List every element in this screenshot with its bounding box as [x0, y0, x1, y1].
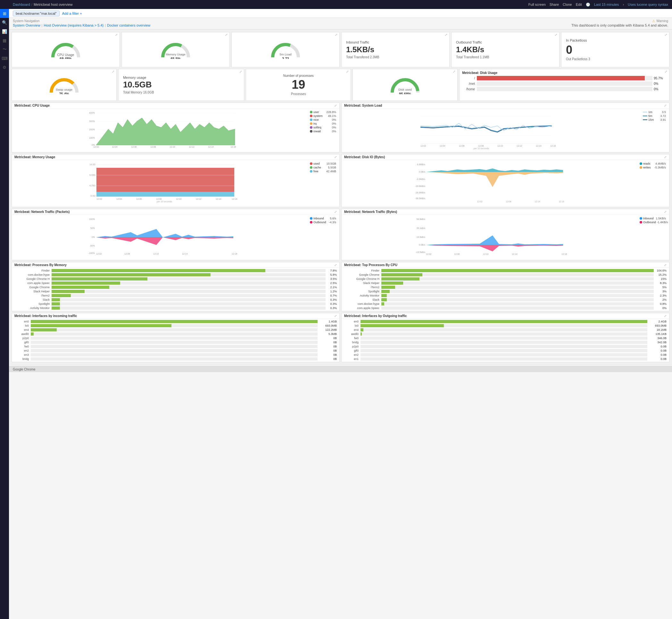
- sidebar-icon-timelion[interactable]: 〜: [0, 45, 9, 54]
- disk-gauge-svg: Disk used 95.68%: [389, 76, 421, 94]
- svg-text:300%: 300%: [89, 120, 95, 122]
- expand-icon[interactable]: ⤢: [664, 263, 667, 267]
- sidebar-icon-home[interactable]: ⊞: [0, 9, 9, 18]
- list-item: gif0 0.0B: [344, 349, 667, 352]
- svg-text:69.48%: 69.48%: [60, 57, 72, 59]
- expand-icon[interactable]: ⤢: [346, 70, 349, 73]
- svg-text:-28.6MB/s: -28.6MB/s: [415, 192, 425, 194]
- expand-icon[interactable]: ⤢: [115, 33, 118, 37]
- network-packets-legend: Inbound5.6/s Outbound-4.3/s: [309, 216, 338, 259]
- processes-value: 19: [292, 78, 305, 91]
- sidebar-icon-dev[interactable]: ⌨: [0, 54, 9, 63]
- list-item: en1 0.0B: [344, 357, 667, 360]
- expand-icon[interactable]: ⤢: [445, 33, 447, 37]
- nav-docker-overview[interactable]: Docker containers overview: [107, 23, 150, 27]
- add-filter-btn[interactable]: Add a filter +: [62, 11, 82, 15]
- expand-icon[interactable]: ⤢: [334, 210, 337, 214]
- sidebar-icon-management[interactable]: ⚙: [0, 63, 9, 72]
- svg-text:12:06: 12:06: [459, 145, 465, 147]
- interfaces-in-list: en0 1.4GB lo0 693.0MB en4 122.2MB: [12, 319, 340, 362]
- list-item: com.docker.hype 5.8%: [14, 273, 337, 276]
- expand-icon[interactable]: ⤢: [664, 155, 667, 159]
- network-packets-title: Mericbeat: Network Traffic (Packets): [14, 210, 69, 214]
- expand-icon[interactable]: ⤢: [335, 33, 338, 37]
- svg-text:12:02: 12:02: [477, 200, 483, 203]
- time-icon: 🕐: [586, 3, 590, 7]
- clone-btn[interactable]: Clone: [563, 3, 572, 6]
- svg-text:12:16: 12:16: [232, 253, 237, 255]
- svg-marker-93: [426, 235, 563, 245]
- disk-bar-row-3: /home 0%: [462, 87, 667, 91]
- expand-icon[interactable]: ⤢: [664, 210, 667, 214]
- processes-memory-title: Metricbeat: Processes By Memory: [14, 263, 67, 267]
- cpu-chart-legend: user228.8% system49.1% nice0% irq0%: [309, 110, 338, 149]
- expand-icon[interactable]: ⤢: [665, 70, 667, 73]
- svg-text:12:06: 12:06: [124, 253, 130, 255]
- breadcrumb-dashboard[interactable]: Dashboard: [13, 3, 30, 6]
- processes-memory-list: Finder 7.8% com.docker.hype 5.8% Google …: [12, 268, 340, 311]
- expand-icon[interactable]: ⤢: [334, 104, 337, 107]
- disk-bar-row-2: /met 0%: [462, 81, 667, 86]
- svg-text:-100%: -100%: [88, 252, 95, 254]
- network-packets-panel: Mericbeat: Network Traffic (Packets) ⤢ 1…: [11, 209, 340, 260]
- svg-marker-81: [96, 237, 233, 245]
- sidebar-icon-visualize[interactable]: 📊: [0, 27, 9, 36]
- list-item: Activity Monitor 0.3%: [14, 306, 337, 310]
- share-btn[interactable]: Share: [550, 3, 559, 6]
- svg-text:12:10: 12:10: [483, 253, 489, 255]
- sidebar: ⊞ 🔍 📊 ▦ 〜 ⌨ ⚙: [0, 0, 9, 372]
- list-item: Slack 2%: [344, 298, 667, 301]
- expand-icon[interactable]: ⤢: [225, 33, 228, 37]
- svg-text:12:12: 12:12: [516, 145, 522, 147]
- google-chrome-taskbar[interactable]: Google Chrome: [13, 368, 36, 371]
- lucene-link[interactable]: Uses lucene query syntax: [628, 3, 668, 6]
- time-label[interactable]: Last 15 minutes: [594, 3, 619, 6]
- svg-text:12:14: 12:14: [512, 253, 517, 255]
- expand-icon[interactable]: ⤢: [555, 33, 557, 37]
- expand-icon[interactable]: ⤢: [334, 155, 337, 159]
- cpu-gauge-panel: ⤢ CPU Usage 69.48%: [11, 32, 120, 67]
- list-item: com.apple.Speec 2.5%: [14, 281, 337, 285]
- expand-icon[interactable]: ⤢: [664, 314, 667, 318]
- expand-icon[interactable]: ⤢: [239, 70, 242, 73]
- hostname-filter[interactable]: beat.hostname:"mar.local": [13, 11, 60, 16]
- expand-icon[interactable]: ⤢: [334, 263, 337, 267]
- svg-text:12:08: 12:08: [156, 198, 162, 200]
- edit-btn[interactable]: Edit: [576, 3, 582, 6]
- breadcrumb-sep: /: [32, 3, 33, 6]
- fullscreen-btn[interactable]: Full screen: [529, 3, 546, 6]
- svg-text:0.0G: 0.0G: [91, 195, 96, 197]
- list-item: Slack Helper 1.2%: [14, 290, 337, 293]
- list-item: Google Chrome H 15%: [344, 277, 667, 280]
- svg-text:12:02: 12:02: [420, 145, 426, 147]
- expand-icon[interactable]: ⤢: [334, 314, 337, 318]
- load-gauge-panel: ⤢ 5m Load 3.72: [231, 32, 340, 67]
- processes-cpu-list: Finder 104.6% Google Chrome 15.2% Google…: [342, 268, 669, 311]
- memory-gauge-panel: ⤢ Memory Usage 65.5%: [121, 32, 230, 67]
- sidebar-icon-discover[interactable]: 🔍: [0, 18, 9, 27]
- svg-text:12:14: 12:14: [208, 146, 214, 148]
- chevron-right-icon: ›: [623, 3, 624, 6]
- warning-area: ⚠ Warning This dashboard is only compati…: [571, 19, 668, 27]
- expand-icon[interactable]: ⤢: [664, 104, 667, 107]
- disk-io-svg: 8.8MB/s 0.0B/s -9.9MB/s -19.8MB/s -28.6M…: [344, 161, 638, 205]
- expand-icon[interactable]: ⤢: [112, 70, 114, 73]
- svg-rect-47: [97, 192, 234, 197]
- svg-text:5m Load: 5m Load: [280, 53, 292, 56]
- list-item: Slack 0.3%: [14, 298, 337, 301]
- inbound-sub: Total Transfered 2.3MB: [346, 55, 445, 59]
- memory-chart-svg: 14.0G 9.33G 4.75G 0.0G: [14, 161, 309, 203]
- svg-text:Memory Usage: Memory Usage: [166, 53, 185, 56]
- expand-icon[interactable]: ⤢: [665, 33, 667, 37]
- svg-text:9.33G: 9.33G: [89, 174, 96, 176]
- nav-host-overview[interactable]: Host Overview (requires Kibana > 5.4): [44, 23, 104, 27]
- svg-text:-19.5kB/s: -19.5kB/s: [416, 251, 425, 253]
- svg-text:12:04: 12:04: [440, 145, 445, 147]
- svg-text:100%: 100%: [89, 137, 95, 139]
- nav-system-overview[interactable]: System Overview: [13, 23, 40, 27]
- sidebar-icon-dashboard[interactable]: ▦: [0, 36, 9, 45]
- expand-icon[interactable]: ⤢: [453, 70, 455, 73]
- memory-usage-value: 10.5GB: [123, 80, 239, 89]
- system-load-legend: 1m3.5 5m3.72 15m3.91: [642, 110, 667, 151]
- top-bar-actions: Full screen Share Clone Edit 🕐 Last 15 m…: [529, 3, 668, 7]
